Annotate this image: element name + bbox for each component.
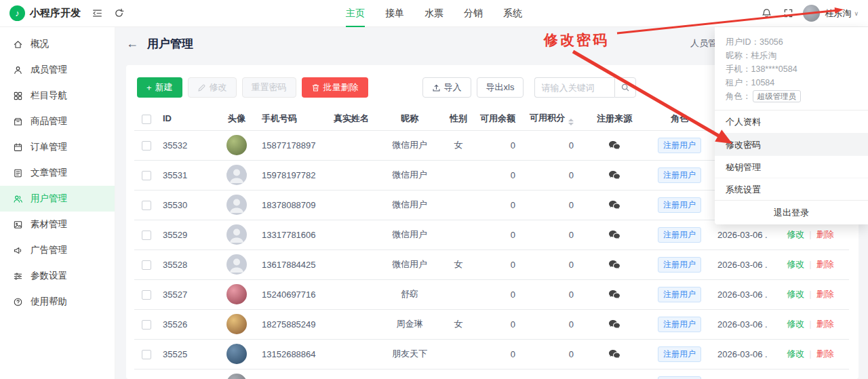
balance-value: 0: [511, 349, 515, 359]
topbar-right: 桂乐淘 ∨: [755, 0, 868, 27]
sidebar-item-label: 参数设置: [31, 270, 67, 282]
user-menu-item-2[interactable]: 秘钥管理: [715, 155, 868, 178]
actions-divider: |: [809, 319, 811, 329]
sidebar-item-0[interactable]: 概况: [0, 31, 115, 57]
row-checkbox[interactable]: [142, 201, 151, 210]
phone-value: 13617884425: [262, 260, 316, 270]
delete-link[interactable]: 删除: [816, 348, 834, 359]
sidebar-item-label: 成员管理: [31, 64, 67, 76]
cell-gender: [441, 220, 476, 250]
refresh-icon[interactable]: [108, 0, 130, 27]
collapse-sidebar-icon[interactable]: [86, 0, 108, 27]
export-button[interactable]: 导出xls: [477, 77, 524, 98]
col-header-label: 角色: [671, 113, 688, 123]
row-checkbox[interactable]: [142, 141, 151, 151]
cell-nickname: 微信用户: [378, 250, 441, 279]
delete-link[interactable]: 删除: [816, 259, 834, 269]
reg-date-value: 2026-03-06 .: [717, 260, 768, 270]
top-nav-item-2[interactable]: 水票: [414, 0, 454, 27]
reg-date-value: 2026-03-06 .: [717, 319, 768, 330]
bell-icon[interactable]: [755, 0, 777, 27]
user-menu-item-0[interactable]: 个人资料: [715, 111, 868, 133]
fullscreen-icon[interactable]: [777, 0, 799, 27]
user-menu-item-3[interactable]: 系统设置: [715, 178, 868, 200]
role-badge: 注册用户: [658, 346, 701, 362]
sidebar-item-1[interactable]: 成员管理: [0, 57, 115, 83]
cell-balance: 0: [476, 279, 525, 309]
row-checkbox[interactable]: [142, 290, 151, 300]
row-checkbox[interactable]: [142, 171, 151, 180]
row-checkbox[interactable]: [142, 320, 151, 330]
search-button[interactable]: [614, 77, 636, 98]
new-button[interactable]: + 新建: [137, 77, 182, 98]
user-menu-item-1[interactable]: 修改密码: [715, 133, 868, 155]
sidebar-item-3[interactable]: 商品管理: [0, 108, 115, 134]
role-badge: 注册用户: [658, 197, 701, 213]
role-badge: 注册用户: [658, 167, 701, 183]
cell-avatar: [216, 250, 258, 279]
reset-password-button[interactable]: 重置密码: [242, 77, 296, 98]
batch-delete-button[interactable]: 批量删除: [302, 77, 368, 98]
row-checkbox[interactable]: [142, 350, 151, 359]
edit-link[interactable]: 修改: [787, 259, 804, 269]
sidebar-item-label: 商品管理: [31, 115, 67, 127]
top-nav-item-4[interactable]: 系统: [493, 0, 532, 27]
edit-link[interactable]: 修改: [787, 289, 804, 299]
import-button[interactable]: 导入: [422, 77, 471, 98]
delete-link[interactable]: 删除: [816, 319, 834, 329]
row-avatar: [226, 135, 247, 155]
logout-button[interactable]: 退出登录: [715, 200, 868, 224]
import-button-label: 导入: [444, 81, 462, 94]
edit-link[interactable]: 修改: [787, 348, 804, 359]
cell-phone: 18378088709: [258, 190, 324, 220]
gender-value: 女: [454, 259, 463, 269]
sort-icon[interactable]: [568, 119, 574, 125]
select-all-checkbox[interactable]: [142, 115, 151, 124]
row-checkbox[interactable]: [142, 231, 151, 240]
sidebar-item-8[interactable]: 广告管理: [0, 237, 115, 263]
sidebar-item-6[interactable]: 用户管理: [0, 186, 115, 212]
cell-points: [525, 369, 583, 379]
row-checkbox[interactable]: [142, 260, 151, 270]
cell-id: 35531: [159, 160, 216, 190]
cell-source: [583, 220, 646, 250]
sidebar-item-4[interactable]: 订单管理: [0, 134, 115, 160]
delete-link[interactable]: 删除: [816, 229, 834, 239]
row-avatar-placeholder: [226, 165, 247, 185]
sliders-icon: [13, 271, 23, 281]
user-info-line-3: 租户：10584: [726, 76, 857, 89]
nickname-value: 微信用户: [392, 199, 427, 210]
cell-role: 注册用户: [646, 130, 713, 160]
top-nav-item-1[interactable]: 接单: [375, 0, 414, 27]
cell-gender: [441, 279, 476, 309]
cell-points: 0: [525, 279, 583, 309]
sidebar-item-10[interactable]: 使用帮助: [0, 289, 115, 315]
balance-value: 0: [511, 170, 515, 180]
gender-value: 女: [454, 140, 463, 150]
sidebar-item-9[interactable]: 参数设置: [0, 263, 115, 289]
sidebar-item-7[interactable]: 素材管理: [0, 212, 115, 237]
delete-link[interactable]: 删除: [816, 289, 834, 299]
cell-select: [134, 190, 159, 220]
sidebar-item-2[interactable]: 栏目导航: [0, 83, 115, 108]
chevron-down-icon: ∨: [854, 10, 859, 17]
cell-points: 0: [525, 339, 583, 369]
edit-button[interactable]: 修改: [188, 77, 237, 98]
search-input[interactable]: [534, 77, 614, 98]
back-button[interactable]: ←: [126, 37, 138, 49]
sidebar-item-label: 概况: [31, 38, 49, 50]
col-header-7[interactable]: 可用积分: [525, 107, 583, 130]
edit-link[interactable]: 修改: [787, 229, 804, 239]
brand-title: 小程序开发: [30, 7, 81, 20]
top-nav-item-0[interactable]: 主页: [336, 0, 375, 27]
edit-link[interactable]: 修改: [787, 319, 804, 329]
role-badge: 注册用户: [658, 287, 701, 302]
col-header-label: 头像: [228, 113, 245, 123]
sidebar-item-5[interactable]: 文章管理: [0, 160, 115, 186]
cell-id: 35527: [159, 279, 216, 309]
username[interactable]: 桂乐淘: [825, 7, 851, 20]
top-nav-item-3[interactable]: 分销: [454, 0, 493, 27]
wechat-icon: [608, 229, 620, 239]
user-avatar[interactable]: [803, 5, 820, 22]
wechat-icon: [608, 199, 620, 210]
